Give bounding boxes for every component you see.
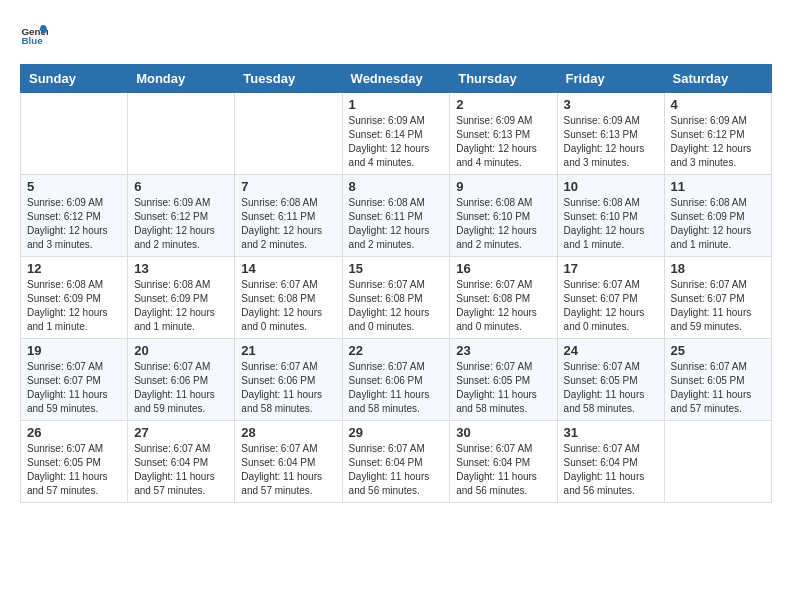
day-cell: 23Sunrise: 6:07 AM Sunset: 6:05 PM Dayli…: [450, 339, 557, 421]
day-info: Sunrise: 6:09 AM Sunset: 6:12 PM Dayligh…: [671, 114, 765, 170]
day-info: Sunrise: 6:09 AM Sunset: 6:13 PM Dayligh…: [564, 114, 658, 170]
day-info: Sunrise: 6:07 AM Sunset: 6:06 PM Dayligh…: [349, 360, 444, 416]
day-cell: 12Sunrise: 6:08 AM Sunset: 6:09 PM Dayli…: [21, 257, 128, 339]
page-header: General Blue: [20, 20, 772, 48]
day-number: 14: [241, 261, 335, 276]
day-cell: 2Sunrise: 6:09 AM Sunset: 6:13 PM Daylig…: [450, 93, 557, 175]
day-cell: 19Sunrise: 6:07 AM Sunset: 6:07 PM Dayli…: [21, 339, 128, 421]
week-row-2: 5Sunrise: 6:09 AM Sunset: 6:12 PM Daylig…: [21, 175, 772, 257]
day-info: Sunrise: 6:09 AM Sunset: 6:14 PM Dayligh…: [349, 114, 444, 170]
day-info: Sunrise: 6:07 AM Sunset: 6:07 PM Dayligh…: [564, 278, 658, 334]
day-info: Sunrise: 6:08 AM Sunset: 6:09 PM Dayligh…: [134, 278, 228, 334]
day-number: 18: [671, 261, 765, 276]
day-number: 5: [27, 179, 121, 194]
day-info: Sunrise: 6:07 AM Sunset: 6:04 PM Dayligh…: [349, 442, 444, 498]
day-number: 26: [27, 425, 121, 440]
day-cell: [21, 93, 128, 175]
day-info: Sunrise: 6:07 AM Sunset: 6:04 PM Dayligh…: [456, 442, 550, 498]
day-number: 15: [349, 261, 444, 276]
day-cell: 31Sunrise: 6:07 AM Sunset: 6:04 PM Dayli…: [557, 421, 664, 503]
day-number: 19: [27, 343, 121, 358]
day-number: 17: [564, 261, 658, 276]
day-cell: 1Sunrise: 6:09 AM Sunset: 6:14 PM Daylig…: [342, 93, 450, 175]
week-row-1: 1Sunrise: 6:09 AM Sunset: 6:14 PM Daylig…: [21, 93, 772, 175]
day-number: 29: [349, 425, 444, 440]
day-cell: 8Sunrise: 6:08 AM Sunset: 6:11 PM Daylig…: [342, 175, 450, 257]
header-sunday: Sunday: [21, 65, 128, 93]
day-info: Sunrise: 6:08 AM Sunset: 6:10 PM Dayligh…: [456, 196, 550, 252]
day-cell: 14Sunrise: 6:07 AM Sunset: 6:08 PM Dayli…: [235, 257, 342, 339]
day-info: Sunrise: 6:08 AM Sunset: 6:09 PM Dayligh…: [671, 196, 765, 252]
logo: General Blue: [20, 20, 48, 48]
day-cell: 29Sunrise: 6:07 AM Sunset: 6:04 PM Dayli…: [342, 421, 450, 503]
day-cell: 6Sunrise: 6:09 AM Sunset: 6:12 PM Daylig…: [128, 175, 235, 257]
day-number: 20: [134, 343, 228, 358]
day-cell: 25Sunrise: 6:07 AM Sunset: 6:05 PM Dayli…: [664, 339, 771, 421]
day-cell: [235, 93, 342, 175]
day-info: Sunrise: 6:07 AM Sunset: 6:05 PM Dayligh…: [564, 360, 658, 416]
week-row-3: 12Sunrise: 6:08 AM Sunset: 6:09 PM Dayli…: [21, 257, 772, 339]
day-cell: 3Sunrise: 6:09 AM Sunset: 6:13 PM Daylig…: [557, 93, 664, 175]
day-cell: [128, 93, 235, 175]
day-cell: 17Sunrise: 6:07 AM Sunset: 6:07 PM Dayli…: [557, 257, 664, 339]
header-monday: Monday: [128, 65, 235, 93]
day-cell: 21Sunrise: 6:07 AM Sunset: 6:06 PM Dayli…: [235, 339, 342, 421]
day-number: 25: [671, 343, 765, 358]
day-cell: 22Sunrise: 6:07 AM Sunset: 6:06 PM Dayli…: [342, 339, 450, 421]
day-info: Sunrise: 6:07 AM Sunset: 6:05 PM Dayligh…: [27, 442, 121, 498]
day-cell: 28Sunrise: 6:07 AM Sunset: 6:04 PM Dayli…: [235, 421, 342, 503]
day-number: 6: [134, 179, 228, 194]
day-cell: 24Sunrise: 6:07 AM Sunset: 6:05 PM Dayli…: [557, 339, 664, 421]
day-info: Sunrise: 6:07 AM Sunset: 6:04 PM Dayligh…: [241, 442, 335, 498]
day-info: Sunrise: 6:08 AM Sunset: 6:10 PM Dayligh…: [564, 196, 658, 252]
day-number: 31: [564, 425, 658, 440]
day-info: Sunrise: 6:07 AM Sunset: 6:07 PM Dayligh…: [671, 278, 765, 334]
header-row: SundayMondayTuesdayWednesdayThursdayFrid…: [21, 65, 772, 93]
day-info: Sunrise: 6:07 AM Sunset: 6:05 PM Dayligh…: [456, 360, 550, 416]
day-info: Sunrise: 6:07 AM Sunset: 6:08 PM Dayligh…: [456, 278, 550, 334]
day-info: Sunrise: 6:08 AM Sunset: 6:11 PM Dayligh…: [241, 196, 335, 252]
svg-text:Blue: Blue: [21, 35, 43, 46]
day-cell: 26Sunrise: 6:07 AM Sunset: 6:05 PM Dayli…: [21, 421, 128, 503]
day-number: 7: [241, 179, 335, 194]
day-info: Sunrise: 6:09 AM Sunset: 6:13 PM Dayligh…: [456, 114, 550, 170]
day-cell: 16Sunrise: 6:07 AM Sunset: 6:08 PM Dayli…: [450, 257, 557, 339]
week-row-5: 26Sunrise: 6:07 AM Sunset: 6:05 PM Dayli…: [21, 421, 772, 503]
header-tuesday: Tuesday: [235, 65, 342, 93]
day-cell: 30Sunrise: 6:07 AM Sunset: 6:04 PM Dayli…: [450, 421, 557, 503]
day-info: Sunrise: 6:09 AM Sunset: 6:12 PM Dayligh…: [134, 196, 228, 252]
day-number: 9: [456, 179, 550, 194]
day-number: 13: [134, 261, 228, 276]
day-number: 1: [349, 97, 444, 112]
day-info: Sunrise: 6:07 AM Sunset: 6:04 PM Dayligh…: [564, 442, 658, 498]
day-info: Sunrise: 6:07 AM Sunset: 6:06 PM Dayligh…: [134, 360, 228, 416]
day-number: 30: [456, 425, 550, 440]
day-cell: [664, 421, 771, 503]
day-cell: 13Sunrise: 6:08 AM Sunset: 6:09 PM Dayli…: [128, 257, 235, 339]
day-number: 3: [564, 97, 658, 112]
day-info: Sunrise: 6:07 AM Sunset: 6:07 PM Dayligh…: [27, 360, 121, 416]
day-cell: 7Sunrise: 6:08 AM Sunset: 6:11 PM Daylig…: [235, 175, 342, 257]
day-cell: 10Sunrise: 6:08 AM Sunset: 6:10 PM Dayli…: [557, 175, 664, 257]
day-cell: 20Sunrise: 6:07 AM Sunset: 6:06 PM Dayli…: [128, 339, 235, 421]
day-number: 8: [349, 179, 444, 194]
day-number: 2: [456, 97, 550, 112]
day-info: Sunrise: 6:07 AM Sunset: 6:08 PM Dayligh…: [349, 278, 444, 334]
week-row-4: 19Sunrise: 6:07 AM Sunset: 6:07 PM Dayli…: [21, 339, 772, 421]
day-cell: 9Sunrise: 6:08 AM Sunset: 6:10 PM Daylig…: [450, 175, 557, 257]
day-info: Sunrise: 6:08 AM Sunset: 6:09 PM Dayligh…: [27, 278, 121, 334]
day-number: 28: [241, 425, 335, 440]
header-thursday: Thursday: [450, 65, 557, 93]
day-cell: 15Sunrise: 6:07 AM Sunset: 6:08 PM Dayli…: [342, 257, 450, 339]
day-number: 27: [134, 425, 228, 440]
header-friday: Friday: [557, 65, 664, 93]
day-number: 4: [671, 97, 765, 112]
day-info: Sunrise: 6:07 AM Sunset: 6:08 PM Dayligh…: [241, 278, 335, 334]
day-number: 16: [456, 261, 550, 276]
header-wednesday: Wednesday: [342, 65, 450, 93]
day-number: 10: [564, 179, 658, 194]
day-number: 22: [349, 343, 444, 358]
day-info: Sunrise: 6:08 AM Sunset: 6:11 PM Dayligh…: [349, 196, 444, 252]
header-saturday: Saturday: [664, 65, 771, 93]
day-cell: 27Sunrise: 6:07 AM Sunset: 6:04 PM Dayli…: [128, 421, 235, 503]
